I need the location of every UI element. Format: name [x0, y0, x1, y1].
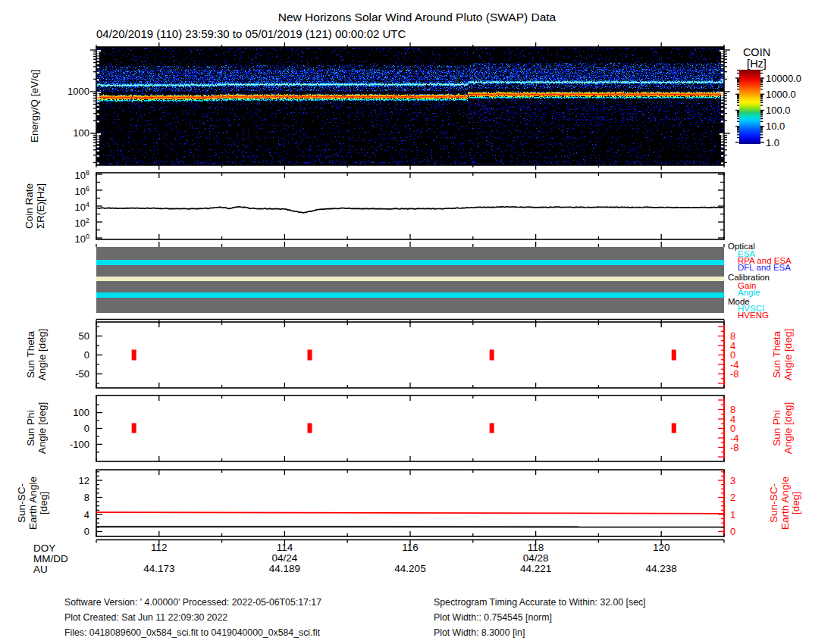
colorbar-tick-10.0: 10.0: [766, 121, 785, 131]
earth-ytick-right-3: 3: [730, 476, 735, 486]
status-stripe-1: [96, 260, 724, 265]
spectrogram-canvas: [96, 47, 724, 165]
phi-ytick-left-0: 0: [44, 424, 89, 433]
earth-ytick-left-8: 8: [44, 492, 89, 502]
colorbar-title: COIN [Hz]: [732, 47, 781, 70]
earth-ytick-right-1: 1: [730, 510, 735, 520]
phi-ytick-right--8: -8: [730, 442, 739, 452]
swap-plot-page: New Horizons Solar Wind Around Pluto (SW…: [0, 0, 834, 644]
coin-ytick-1e8: 108: [44, 168, 89, 180]
plot-subtitle: 04/20/2019 (110) 23:59:30 to 05/01/2019 …: [96, 27, 406, 40]
axis-row-mmdd: MM/DD: [33, 553, 68, 564]
mmdd-tick-04/24: 04/24: [262, 553, 307, 563]
coin-ytick-1e0: 100: [44, 232, 89, 244]
colorbar-tick-10000.0: 10000.0: [766, 73, 801, 83]
theta-ytick-left-0: 0: [44, 350, 89, 360]
coin-ytick-1e2: 102: [44, 216, 89, 228]
sun-theta-ylabel-right: Sun Theta Angle [deg]: [772, 329, 794, 380]
footer-plot-width-norm: Plot Width:: 0.754545 [norm]: [434, 613, 552, 622]
spectrogram-ylabel: Energy/Q [eV/q]: [30, 70, 41, 142]
doy-tick-114: 114: [262, 542, 307, 552]
spec-ytick-100: 100: [44, 128, 89, 138]
sun-earth-ylabel-right: Sun-SC- Earth Angle [deg]: [769, 477, 802, 530]
axis-row-doy: DOY: [33, 542, 55, 554]
earth-ytick-left-0: 0: [44, 527, 89, 536]
footer-files: Files: 0418089600_0x584_sci.fit to 04190…: [64, 628, 320, 637]
au-tick-44.238: 44.238: [635, 564, 688, 574]
colorbar-title-line2: [Hz]: [732, 58, 781, 70]
earth-ytick-left-4: 4: [44, 510, 89, 520]
earth-ytick-left-12: 12: [44, 476, 89, 486]
status-stripe-4: [96, 281, 724, 292]
mmdd-tick-04/28: 04/28: [513, 553, 559, 563]
coinrate-ylabel: Coin Rate ΣR(E)[Hz]: [24, 183, 46, 229]
footer-timing-accuracy: Spectrogram Timing Accurate to Within: 3…: [434, 598, 646, 607]
status-item-hveng: HVENG: [738, 311, 769, 320]
au-tick-44.173: 44.173: [133, 564, 186, 574]
colorbar-gradient: [739, 70, 760, 144]
doy-tick-116: 116: [387, 542, 433, 552]
status-stripe-2: [96, 265, 724, 277]
status-stripe-5: [96, 292, 724, 298]
sun-phi-ylabel-right: Sun Phi Angle [deg]: [772, 402, 794, 454]
axis-row-au: AU: [33, 564, 48, 575]
phi-ytick-left--100: -100: [44, 439, 89, 449]
phi-ytick-left-100: 100: [44, 408, 89, 417]
footer-software-version: Software Version: ' 4.00000' Processed: …: [64, 598, 321, 607]
footer-plot-width-in: Plot Width: 8.3000 [in]: [434, 628, 525, 637]
status-stripe-0: [96, 247, 724, 260]
plot-title: New Horizons Solar Wind Around Pluto (SW…: [0, 11, 834, 24]
coin-ytick-1e4: 104: [44, 200, 89, 212]
status-item-angle: Angle: [738, 288, 760, 297]
status-item-dfl-and-esa: DFL and ESA: [738, 263, 791, 272]
theta-ytick-left--50: -50: [44, 369, 89, 379]
colorbar-tick-100.0: 100.0: [766, 105, 791, 115]
au-tick-44.205: 44.205: [384, 564, 437, 574]
status-stripe-6: [96, 298, 724, 313]
au-tick-44.221: 44.221: [509, 564, 563, 574]
coin-ytick-1e6: 106: [44, 184, 89, 196]
theta-ytick-left-50: 50: [44, 331, 89, 341]
earth-ytick-right-0: 0: [730, 527, 735, 536]
theta-ytick-right--8: -8: [730, 369, 739, 379]
colorbar-tick-1.0: 1.0: [766, 138, 779, 148]
earth-ytick-right-2: 2: [730, 492, 735, 502]
colorbar-tick-1000.0: 1000.0: [766, 89, 796, 99]
doy-tick-112: 112: [136, 542, 182, 552]
doy-tick-120: 120: [638, 542, 684, 552]
colorbar-title-line1: COIN: [732, 47, 781, 58]
spec-ytick-1000: 1000: [44, 86, 89, 96]
au-tick-44.189: 44.189: [258, 564, 311, 574]
footer-plot-created: Plot Created: Sat Jun 11 22:09:30 2022: [64, 613, 227, 622]
doy-tick-118: 118: [513, 542, 559, 552]
